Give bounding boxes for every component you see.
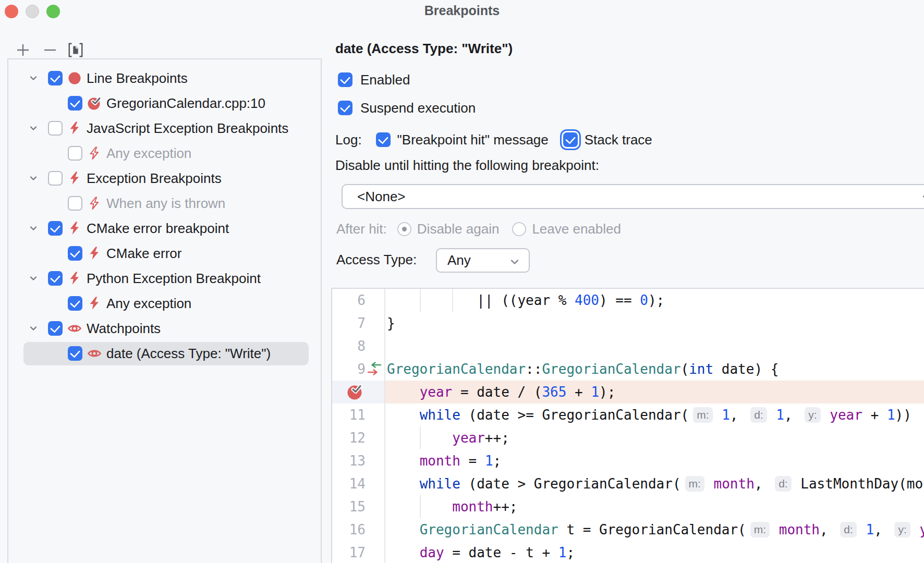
code-preview: 6 || ((year % 400) == 0);7}89GregorianCa…	[331, 288, 924, 563]
tree-item-checkbox[interactable]	[48, 71, 63, 85]
tree-item-checkbox[interactable]	[48, 121, 63, 136]
chevron-down-icon[interactable]	[27, 172, 40, 185]
detail-header: date (Access Type: "Write")	[335, 41, 513, 57]
line-number: 11	[332, 403, 366, 426]
bolt-icon	[87, 296, 102, 311]
disable-again-label: Disable again	[417, 221, 500, 237]
line-number: 6	[332, 289, 366, 312]
tree-row[interactable]: Python Exception Breakpoint	[8, 266, 321, 291]
suspend-checkbox[interactable]	[338, 101, 352, 115]
tree-item-label: GregorianCalendar.cpp:10	[106, 95, 265, 112]
chevron-down-icon[interactable]	[27, 222, 40, 235]
code-line: month++;	[387, 495, 517, 518]
chevron-down-icon[interactable]	[27, 272, 40, 285]
tree-item-checkbox[interactable]	[68, 296, 82, 311]
tree-item-label: Exception Breakpoints	[87, 170, 222, 187]
tree-row[interactable]: Watchpoints	[8, 316, 321, 341]
breakpoint-gutter-icon[interactable]	[347, 384, 363, 403]
tree-item-checkbox[interactable]	[68, 96, 82, 111]
breakpoints-tree: Line BreakpointsGregorianCalendar.cpp:10…	[7, 58, 322, 563]
tree-item-checkbox[interactable]	[48, 221, 63, 236]
access-type-value: Any	[447, 252, 471, 268]
tree-row[interactable]: JavaScript Exception Breakpoints	[8, 116, 321, 141]
chevron-down-icon	[920, 191, 924, 204]
line-number: 14	[332, 472, 366, 495]
after-hit-label: After hit:	[336, 221, 387, 237]
bolt-outline-icon	[87, 196, 102, 211]
tree-item-label: CMake error	[106, 246, 181, 262]
tree-row[interactable]: Any exception	[8, 141, 321, 166]
line-number: 15	[332, 495, 366, 518]
line-number: 13	[332, 449, 366, 472]
tree-item-label: Python Exception Breakpoint	[87, 271, 261, 287]
inlay-hint: m:	[750, 522, 770, 537]
inlay-hint: m:	[693, 407, 712, 423]
tree-row[interactable]: Exception Breakpoints	[8, 166, 321, 191]
tree-item-label: Watchpoints	[87, 321, 161, 337]
disable-until-value: <None>	[357, 189, 406, 205]
tree-item-checkbox[interactable]	[68, 146, 82, 161]
bolt-icon	[67, 121, 82, 136]
group-by-file-icon	[67, 42, 84, 58]
log-message-checkbox[interactable]	[376, 132, 391, 147]
group-by-file-button[interactable]	[67, 42, 84, 58]
suspend-label: Suspend execution	[360, 100, 476, 116]
inlay-hint: d:	[750, 407, 767, 423]
tree-item-checkbox[interactable]	[68, 196, 82, 211]
circle-check-icon	[87, 96, 102, 111]
suspend-row: Suspend execution	[338, 100, 476, 116]
tree-item-label: Any exception	[106, 145, 191, 162]
code-line: || ((year % 400) == 0);	[387, 289, 664, 312]
inlay-hint: d:	[840, 522, 857, 537]
tree-row[interactable]: Line Breakpoints	[8, 66, 321, 91]
chevron-down-icon[interactable]	[27, 322, 40, 335]
add-breakpoint-button[interactable]	[15, 42, 31, 58]
line-number: 7	[332, 312, 366, 335]
tree-row[interactable]: CMake error breakpoint	[8, 216, 321, 241]
chevron-down-icon[interactable]	[27, 72, 40, 84]
tree-item-checkbox[interactable]	[48, 271, 63, 286]
bolt-icon	[67, 221, 82, 236]
chevron-down-icon[interactable]	[27, 122, 40, 134]
enabled-checkbox[interactable]	[338, 72, 352, 87]
enabled-label: Enabled	[360, 72, 410, 88]
line-number: 17	[332, 541, 366, 563]
tree-item-checkbox[interactable]	[68, 346, 82, 361]
line-number: 9	[332, 358, 366, 381]
tree-row[interactable]: When any is thrown	[8, 191, 321, 216]
inlay-hint: y:	[805, 407, 820, 423]
line-number: 16	[332, 518, 366, 541]
window-title: Breakpoints	[0, 3, 924, 18]
leave-enabled-radio	[512, 222, 526, 236]
tree-row[interactable]: Any exception	[8, 291, 321, 316]
code-line: while (date >= GregorianCalendar(m: 1, d…	[387, 403, 911, 426]
access-type-select[interactable]: Any	[436, 248, 530, 273]
minus-icon	[42, 42, 58, 58]
inlay-hint: m:	[685, 476, 704, 492]
code-line: day = date - t + 1;	[387, 541, 575, 563]
tree-item-checkbox[interactable]	[68, 246, 82, 261]
tree-row[interactable]: date (Access Type: "Write")	[8, 341, 321, 366]
tree-item-checkbox[interactable]	[48, 321, 63, 336]
bolt-icon	[87, 246, 102, 261]
execution-arrows-icon	[367, 362, 382, 380]
code-line: year = date / (365 + 1);	[387, 381, 615, 403]
eye-icon	[67, 321, 82, 336]
line-number: 12	[332, 426, 366, 449]
tree-item-label: JavaScript Exception Breakpoints	[87, 120, 288, 137]
tree-row[interactable]: CMake error	[8, 241, 321, 266]
tree-row[interactable]: GregorianCalendar.cpp:10	[8, 91, 321, 116]
disable-again-radio	[397, 222, 411, 236]
access-type-label: Access Type:	[336, 252, 417, 268]
remove-breakpoint-button[interactable]	[42, 42, 58, 58]
disable-until-combobox[interactable]: <None>	[342, 184, 924, 209]
code-line: }	[387, 312, 395, 335]
inlay-hint: y:	[894, 522, 910, 537]
tree-item-label: CMake error breakpoint	[87, 221, 229, 237]
gutter-separator	[384, 289, 385, 563]
stack-trace-checkbox[interactable]	[563, 132, 578, 147]
tree-item-checkbox[interactable]	[48, 171, 63, 186]
tree-item-label: date (Access Type: "Write")	[106, 346, 271, 362]
log-row: Log: "Breakpoint hit" message Stack trac…	[335, 131, 652, 148]
code-line: GregorianCalendar t = GregorianCalendar(…	[387, 518, 924, 541]
